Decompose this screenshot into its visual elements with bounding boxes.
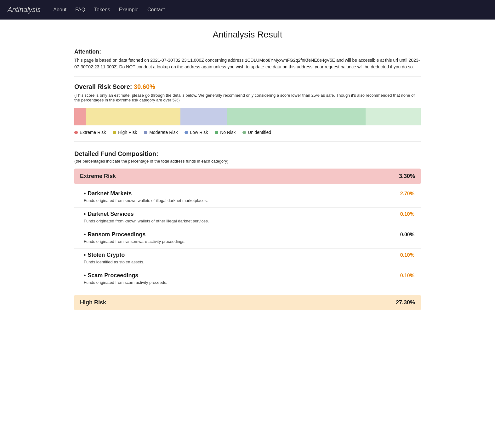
category-pct: 3.30% <box>399 173 415 180</box>
risk-score-line: Overall Risk Score: 30.60% <box>74 83 421 90</box>
legend-dot <box>242 131 246 134</box>
category-pct: 27.30% <box>396 299 415 306</box>
risk-score-value: 30.60% <box>134 83 155 90</box>
subcategory-item: •Darknet Services 0.10% Funds originated… <box>74 208 421 228</box>
subcategory-item: •Stolen Crypto 0.10% Funds identified as… <box>74 249 421 269</box>
risk-bar <box>74 108 421 125</box>
subcategory-item: •Darknet Markets 2.70% Funds originated … <box>74 187 421 208</box>
attention-box: Attention: This page is based on data fe… <box>74 49 421 70</box>
legend-label: Moderate Risk <box>149 130 178 135</box>
subcategory-desc: Funds originated from known wallets of o… <box>84 219 414 223</box>
legend-dot <box>215 131 218 134</box>
risk-score-section: Overall Risk Score: 30.60% (This score i… <box>74 83 421 102</box>
legend-label: Extreme Risk <box>80 130 106 135</box>
subcategory-pct: 0.10% <box>400 273 414 279</box>
category-name: Extreme Risk <box>80 173 116 180</box>
legend-item-no-risk: No Risk <box>215 130 236 135</box>
subcategory-pct: 0.10% <box>400 252 414 258</box>
category-extreme: Extreme Risk3.30% •Darknet Markets 2.70%… <box>74 169 421 289</box>
legend-dot <box>144 131 147 134</box>
legend-item-high-risk: High Risk <box>113 130 137 135</box>
divider-1 <box>74 77 421 77</box>
detailed-title: Detailed Fund Composition: <box>74 150 421 158</box>
category-name: High Risk <box>80 299 106 306</box>
category-header-high: High Risk27.30% <box>74 295 421 310</box>
legend-item-unidentified: Unidentified <box>242 130 271 135</box>
logo: Antinalysis <box>8 6 41 14</box>
subcategory-name: •Ransom Proceedings <box>84 231 145 238</box>
risk-bar-segment-high <box>86 108 180 125</box>
legend-item-low-risk: Low Risk <box>185 130 208 135</box>
risk-score-note: (This score is only an estimate, please … <box>74 93 421 102</box>
detailed-section: Detailed Fund Composition: (the percenta… <box>74 150 421 310</box>
risk-legend: Extreme RiskHigh RiskModerate RiskLow Ri… <box>74 130 421 135</box>
risk-bar-segment-norisk <box>227 108 366 125</box>
subcategory-name: •Darknet Services <box>84 211 134 217</box>
subcategory-name: •Stolen Crypto <box>84 252 125 258</box>
attention-label: Attention: <box>74 49 421 55</box>
risk-bar-segment-low <box>180 108 227 125</box>
subcategory-pct: 2.70% <box>400 191 414 197</box>
subcategory-desc: Funds originated from scam activity proc… <box>84 280 414 285</box>
legend-label: No Risk <box>220 130 236 135</box>
subcategory-name: •Scam Proceedings <box>84 272 138 279</box>
legend-item-extreme-risk: Extreme Risk <box>74 130 106 135</box>
subcategory-desc: Funds originated from ransomware activit… <box>84 239 414 244</box>
legend-item-moderate-risk: Moderate Risk <box>144 130 178 135</box>
divider-2 <box>74 141 421 141</box>
legend-dot <box>113 131 116 134</box>
legend-dot <box>74 131 78 134</box>
risk-score-label: Overall Risk Score: <box>74 83 134 90</box>
nav-contact[interactable]: Contact <box>147 7 165 13</box>
nav-about[interactable]: About <box>53 7 66 13</box>
category-header-extreme: Extreme Risk3.30% <box>74 169 421 184</box>
legend-label: Low Risk <box>190 130 208 135</box>
legend-dot <box>185 131 188 134</box>
page-title: Antinalysis Result <box>74 30 421 40</box>
nav-example[interactable]: Example <box>119 7 139 13</box>
main-content: Antinalysis Result Attention: This page … <box>68 20 427 335</box>
detailed-subtitle: (the percentages indicate the percentage… <box>74 159 421 164</box>
risk-bar-segment-extreme <box>74 108 86 125</box>
subcategory-desc: Funds identified as stolen assets. <box>84 260 414 264</box>
nav-faq[interactable]: FAQ <box>75 7 85 13</box>
subcategory-item: •Scam Proceedings 0.10% Funds originated… <box>74 269 421 289</box>
subcategory-item: •Ransom Proceedings 0.00% Funds originat… <box>74 228 421 249</box>
categories-container: Extreme Risk3.30% •Darknet Markets 2.70%… <box>74 169 421 310</box>
subcategory-desc: Funds originated from known wallets of i… <box>84 198 414 203</box>
subcategory-pct: 0.00% <box>400 232 414 238</box>
attention-text: This page is based on data fetched on 20… <box>74 57 421 70</box>
subcategory-pct: 0.10% <box>400 211 414 217</box>
subcategory-name: •Darknet Markets <box>84 190 132 197</box>
risk-bar-segment-unidentified <box>366 108 421 125</box>
category-high: High Risk27.30% <box>74 295 421 310</box>
legend-label: Unidentified <box>248 130 271 135</box>
nav-tokens[interactable]: Tokens <box>94 7 110 13</box>
navbar: Antinalysis About FAQ Tokens Example Con… <box>0 0 495 20</box>
legend-label: High Risk <box>118 130 137 135</box>
